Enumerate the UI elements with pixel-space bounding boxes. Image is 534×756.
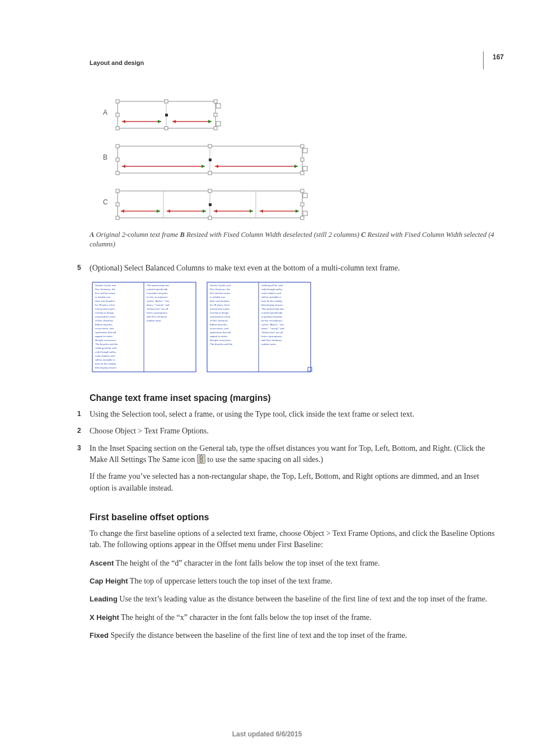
figure-row-b: B <box>90 141 313 180</box>
step-inset-1-text: Using the Selection tool, select a frame… <box>90 409 495 420</box>
figure-row-a: A <box>90 96 313 135</box>
svg-rect-47 <box>116 216 119 220</box>
svg-text:This partnership was: This partnership was <box>261 307 284 310</box>
svg-text:sportswear that will: sportswear that will <box>95 331 116 334</box>
svg-text:"built-to-last" are all: "built-to-last" are all <box>147 307 168 310</box>
step-inset-2-num: 2 <box>77 426 90 437</box>
figure-svg-a <box>90 96 313 135</box>
figure-column-resize: A <box>90 96 495 249</box>
svg-text:This partnership was: This partnership was <box>147 284 170 287</box>
svg-text:outdoor wear.: outdoor wear. <box>261 343 277 346</box>
svg-text:appeal to active-: appeal to active- <box>95 335 114 338</box>
svg-text:door merchandise: door merchandise <box>95 300 115 302</box>
svg-text:in reliable out-: in reliable out- <box>95 296 111 298</box>
svg-text:Dos Ventanas, the: Dos Ventanas, the <box>95 288 115 291</box>
svg-rect-42 <box>116 189 119 193</box>
figure-svg-b <box>90 141 313 180</box>
svg-text:Edition bicycles,: Edition bicycles, <box>210 323 227 326</box>
svg-text:The bicycles and the: The bicycles and the <box>210 343 233 346</box>
svg-text:cyclist. "Active," "out-: cyclist. "Active," "out- <box>147 300 170 302</box>
page-number: 167 <box>483 52 506 69</box>
figure-caption: A Original 2-column text frame B Resized… <box>90 230 495 249</box>
caption-text-a: Original 2-column text frame <box>94 231 180 239</box>
svg-rect-50 <box>209 203 212 206</box>
svg-rect-48 <box>208 216 212 220</box>
svg-text:door merchandise: door merchandise <box>210 300 230 302</box>
svg-text:created specifically: created specifically <box>261 311 283 314</box>
svg-marker-31 <box>122 165 125 168</box>
svg-text:accessories, and: accessories, and <box>210 327 229 330</box>
svg-rect-28 <box>301 171 304 175</box>
svg-text:and produce a line: and produce a line <box>210 315 231 318</box>
figure-svg-c <box>90 185 313 225</box>
svg-marker-32 <box>202 165 205 168</box>
svg-text:announced a part-: announced a part- <box>95 307 115 310</box>
def-capheight: Cap Height The top of uppercase letters … <box>90 576 495 587</box>
step-inset-2: 2 Choose Object > Text Frame Options. <box>77 426 495 437</box>
svg-marker-62 <box>296 209 299 213</box>
svg-text:with Dos Ventanas: with Dos Ventanas <box>147 315 167 318</box>
svg-marker-59 <box>250 209 253 213</box>
def-capheight-text: The top of uppercase letters touch the t… <box>128 577 332 585</box>
term-xheight: X Height <box>90 613 119 622</box>
svg-text:Edition bicycles,: Edition bicycles, <box>95 323 113 326</box>
svg-text:outdoor wear.: outdoor wear. <box>147 319 162 322</box>
figure-row-c: C <box>90 185 313 225</box>
step-inset-1-num: 1 <box>77 409 90 420</box>
step-inset-3-text-b: to use the same spacing on all sides.) <box>205 455 323 464</box>
svg-text:doors," "casual," and: doors," "casual," and <box>261 327 284 330</box>
caption-label-b: B <box>180 231 184 239</box>
heading-inset-spacing: Change text frame inset spacing (margins… <box>90 391 495 404</box>
svg-marker-35 <box>294 165 298 168</box>
svg-text:created specifically: created specifically <box>147 288 168 291</box>
def-xheight-text: The height of the “x” character in the f… <box>119 613 372 622</box>
svg-marker-13 <box>158 120 161 123</box>
svg-text:Sonata Cycles and: Sonata Cycles and <box>210 284 231 287</box>
term-leading: Leading <box>90 595 118 603</box>
svg-text:time for the holiday: time for the holiday <box>261 300 283 302</box>
svg-text:bike-buying season.: bike-buying season. <box>261 304 283 306</box>
svg-rect-10 <box>165 114 168 116</box>
def-leading-text: Use the text’s leading value as the dist… <box>118 595 488 603</box>
svg-rect-24 <box>116 158 119 161</box>
svg-text:for the recreational: for the recreational <box>147 296 167 298</box>
inset-note: If the frame you’ve selected has a non-r… <box>90 471 495 494</box>
svg-rect-8 <box>165 127 168 130</box>
term-fixed: Fixed <box>90 631 109 640</box>
svg-rect-18 <box>216 122 221 126</box>
def-fixed-text: Specify the distance between the baselin… <box>109 631 407 640</box>
svg-text:to produce bicycles: to produce bicycles <box>261 315 283 318</box>
svg-rect-7 <box>116 127 119 130</box>
svg-rect-27 <box>208 171 212 175</box>
svg-text:nership to design: nership to design <box>210 311 229 314</box>
svg-rect-44 <box>301 189 304 193</box>
figure-label-c: C <box>103 198 108 207</box>
term-ascent: Ascent <box>90 559 114 567</box>
svg-text:accessories, and: accessories, and <box>95 327 114 330</box>
svg-text:rized retailers and: rized retailers and <box>95 354 115 357</box>
svg-text:appeal to active-: appeal to active- <box>210 335 228 338</box>
svg-rect-5 <box>116 113 119 116</box>
step-inset-1: 1 Using the Selection tool, select a fra… <box>77 409 495 420</box>
svg-text:Dos Ventanas, the: Dos Ventanas, the <box>210 288 230 291</box>
svg-text:clothing will be sold: clothing will be sold <box>95 347 116 349</box>
figure-balanced-svg: Sonata Cycles and Dos Ventanas, the firs… <box>90 279 313 375</box>
step-inset-2-text: Choose Object > Text Frame Options. <box>90 426 495 437</box>
svg-text:"built-to-last" are all: "built-to-last" are all <box>261 331 283 334</box>
svg-rect-9 <box>214 127 217 130</box>
step-inset-3-text: In the Inset Spacing section on the Gene… <box>90 443 495 466</box>
caption-text-b: Resized with Fixed Column Width deselect… <box>185 231 361 239</box>
heading-baseline-options: First baseline offset options <box>90 511 495 524</box>
svg-rect-3 <box>165 100 168 103</box>
svg-rect-26 <box>116 171 119 175</box>
svg-rect-22 <box>208 144 212 148</box>
figure-label-a: A <box>103 108 107 118</box>
svg-text:The bicycles and the: The bicycles and the <box>95 343 118 346</box>
svg-text:clothing will be sold: clothing will be sold <box>261 284 283 287</box>
svg-text:for the recreational: for the recreational <box>261 319 282 322</box>
chain-link-icon <box>197 454 205 464</box>
svg-marker-53 <box>157 209 160 213</box>
svg-marker-55 <box>167 209 170 213</box>
svg-rect-49 <box>301 216 304 220</box>
svg-text:lifestyle consumers.: lifestyle consumers. <box>95 339 117 342</box>
